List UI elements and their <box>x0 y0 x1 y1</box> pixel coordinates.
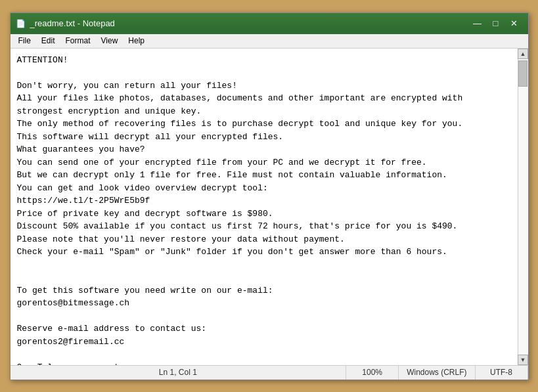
window-controls: — □ ✕ <box>469 17 523 30</box>
menu-view[interactable]: View <box>96 35 123 47</box>
encoding: UTF-8 <box>476 366 528 380</box>
scroll-track[interactable] <box>518 59 528 355</box>
cursor-position: Ln 1, Col 1 <box>11 366 347 380</box>
scroll-up-arrow[interactable]: ▲ <box>518 49 528 59</box>
title-bar: 📄 _readme.txt - Notepad — □ ✕ <box>11 13 528 34</box>
menu-edit[interactable]: Edit <box>36 35 60 47</box>
menu-format[interactable]: Format <box>60 35 96 47</box>
minimize-button[interactable]: — <box>469 17 486 30</box>
app-icon: 📄 <box>16 18 26 29</box>
line-ending: Windows (CRLF) <box>399 366 475 380</box>
close-button[interactable]: ✕ <box>506 17 523 30</box>
menu-help[interactable]: Help <box>123 35 150 47</box>
zoom-level: 100% <box>346 366 399 380</box>
scroll-down-arrow[interactable]: ▼ <box>518 355 528 365</box>
notepad-window: 📄 _readme.txt - Notepad — □ ✕ File Edit … <box>10 12 529 380</box>
text-editor[interactable] <box>11 49 518 365</box>
scroll-thumb[interactable] <box>518 60 527 87</box>
window-title: _readme.txt - Notepad <box>30 18 469 28</box>
vertical-scrollbar[interactable]: ▲ ▼ <box>518 49 528 365</box>
menu-file[interactable]: File <box>13 35 36 47</box>
menu-bar: File Edit Format View Help <box>11 34 528 49</box>
content-area: ▲ ▼ <box>11 49 528 365</box>
maximize-button[interactable]: □ <box>487 17 504 30</box>
status-bar: Ln 1, Col 1 100% Windows (CRLF) UTF-8 <box>11 365 528 380</box>
